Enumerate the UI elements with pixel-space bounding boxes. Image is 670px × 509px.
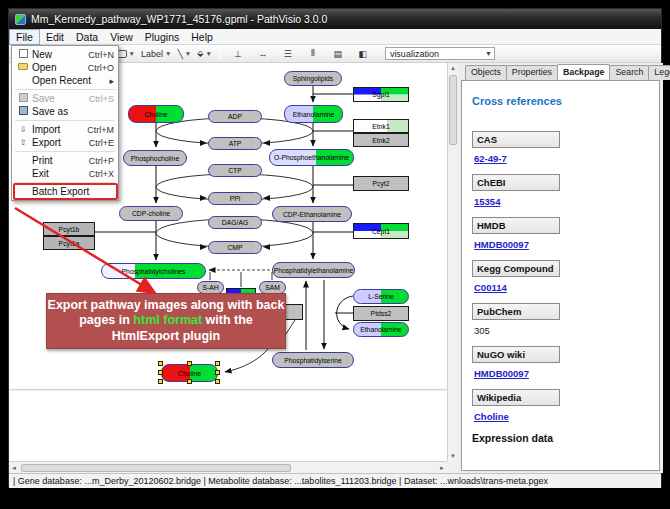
menu-item-label: Save as (32, 106, 110, 117)
xref-link-hmdb00097[interactable]: HMDB00097 (474, 368, 529, 379)
node-cmp[interactable]: CMP (208, 241, 262, 254)
scroll-down-icon[interactable]: ▼ (448, 451, 458, 461)
menu-separator (15, 89, 115, 90)
menu-view[interactable]: View (104, 30, 139, 44)
node-phosphocholine[interactable]: Phosphocholine (123, 150, 187, 166)
label-tool-button[interactable]: Label▼ (138, 47, 174, 61)
shape-tool-button[interactable]: ⬙▼ (194, 47, 215, 61)
selection-handle[interactable] (187, 379, 192, 384)
xref-header: NuGO wiki (472, 346, 560, 363)
selection-handle[interactable] (215, 379, 220, 384)
scroll-left-icon[interactable]: ◄ (9, 463, 19, 473)
gene-box-pcyt2[interactable]: Pcyt2 (353, 176, 409, 191)
distribute-horizontal-icon[interactable]: ↔ (255, 47, 271, 61)
node-l-serine[interactable]: L-Serine (353, 289, 409, 304)
selection-handle[interactable] (215, 361, 220, 366)
tab-backpage[interactable]: Backpage (557, 64, 611, 79)
scroll-right-icon[interactable]: ► (437, 463, 447, 473)
xref-header: CAS (472, 131, 560, 148)
xref-header: PubChem (472, 303, 560, 320)
canvas-horizontal-scrollbar[interactable]: ◄ ► (9, 461, 447, 473)
export-image-icon[interactable]: ◧ (355, 47, 371, 61)
stack-columns-icon[interactable]: ⫴ (305, 47, 321, 61)
common-size-icon[interactable]: ▤ (330, 47, 346, 61)
node-phosphatidylethanolamine[interactable]: Phosphatidylethanolamine (272, 262, 355, 278)
node-o-phosphoethanolamine[interactable]: O-Phosphoethanolamine (269, 149, 354, 166)
node-sphingolipids[interactable]: Sphingolipids (284, 71, 342, 86)
gene-box-pcyt1a[interactable]: Pcyt1a (43, 236, 95, 250)
xref-link-c00114[interactable]: C00114 (474, 282, 507, 293)
file-menu-item-new[interactable]: NewCtrl+N (12, 48, 118, 61)
menu-item-shortcut: Ctrl+S (89, 94, 114, 104)
xref-link-62-49-7[interactable]: 62-49-7 (474, 153, 507, 164)
node-atp[interactable]: ATP (208, 137, 262, 150)
xref-header: HMDB (472, 217, 560, 234)
selection-handle[interactable] (187, 361, 192, 366)
menu-item-label: Batch Export (32, 186, 110, 197)
file-menu-item-open[interactable]: OpenCtrl+O (12, 61, 118, 74)
node-ppi[interactable]: PPi (208, 192, 262, 205)
xref-section-cas: CAS62-49-7 (472, 131, 649, 164)
menu-file[interactable]: File (9, 29, 40, 45)
tab-legend[interactable]: Legend (648, 65, 670, 80)
open-folder-icon (14, 63, 32, 72)
xref-link-15354[interactable]: 15354 (474, 196, 500, 207)
file-menu-item-export[interactable]: ⇧ExportCtrl+E (12, 136, 118, 149)
xref-value: 305 (474, 325, 649, 336)
status-bar: | Gene database: ...m_Derby_20120602.bri… (9, 473, 661, 488)
menu-edit[interactable]: Edit (40, 30, 70, 44)
gene-box-etnk1[interactable]: Etnk1 (353, 119, 409, 133)
menu-separator (15, 182, 115, 183)
visualization-combo[interactable]: visualization▼ (385, 47, 495, 60)
file-menu: NewCtrl+NOpenCtrl+OOpen Recent▸SaveCtrl+… (11, 45, 119, 201)
annotation-highlight: html format (133, 313, 202, 327)
node-cdp-ethanolamine[interactable]: CDP-Ethanolamine (272, 206, 352, 222)
submenu-arrow-icon: ▸ (109, 76, 114, 86)
line-tool-button[interactable]: ╲▼ (174, 47, 194, 61)
file-menu-item-exit[interactable]: ExitCtrl+X (12, 167, 118, 180)
menu-item-shortcut: Ctrl+E (89, 138, 114, 148)
file-menu-item-open-recent[interactable]: Open Recent▸ (12, 74, 118, 87)
menu-item-label: Export (32, 137, 85, 148)
node-dag-ag[interactable]: DAG/AG (208, 216, 262, 229)
selection-handle[interactable] (158, 361, 163, 366)
file-menu-item-import[interactable]: ⇩ImportCtrl+M (12, 123, 118, 136)
selection-handle[interactable] (158, 379, 163, 384)
tab-search[interactable]: Search (609, 65, 649, 80)
xref-link-hmdb00097[interactable]: HMDB00097 (474, 239, 529, 250)
node-phosphatidylserine[interactable]: Phosphatidylserine (272, 352, 354, 368)
node-phosphatidylcholines[interactable]: Phosphatidylcholines (101, 263, 206, 279)
xref-link-choline[interactable]: Choline (474, 411, 509, 422)
gene-box-pcyt1b[interactable]: Pcyt1b (43, 222, 95, 236)
file-menu-item-save-as[interactable]: Save as (12, 105, 118, 118)
file-menu-item-print[interactable]: PrintCtrl+P (12, 154, 118, 167)
scroll-up-icon[interactable]: ▲ (448, 63, 458, 73)
menu-separator (15, 120, 115, 121)
align-center-icon[interactable]: ⊥ (230, 47, 246, 61)
menu-item-label: Print (32, 155, 85, 166)
menu-plugins[interactable]: Plugins (139, 30, 185, 44)
menu-data[interactable]: Data (70, 30, 104, 44)
menu-item-label: Open (32, 62, 84, 73)
gene-box-ptdss2[interactable]: Ptdss2 (353, 306, 409, 321)
node-ctp[interactable]: CTP (208, 164, 262, 177)
tab-properties[interactable]: Properties (506, 65, 558, 80)
xref-header: Wikipedia (472, 389, 560, 406)
menu-help[interactable]: Help (185, 30, 219, 44)
canvas-vertical-scrollbar[interactable]: ▲ ▼ (447, 63, 458, 461)
node-ethanolamine[interactable]: Ethanolamine (284, 105, 343, 123)
import-icon: ⇩ (14, 125, 32, 134)
node-ethanolamine[interactable]: Ethanolamine (353, 322, 409, 337)
gene-box-sgpl1[interactable]: Sgpl1 (353, 87, 409, 102)
file-menu-item-batch-export[interactable]: Batch Export (12, 185, 118, 198)
tab-objects[interactable]: Objects (465, 65, 507, 80)
node-choline[interactable]: Choline (128, 105, 184, 123)
node-adp[interactable]: ADP (208, 110, 262, 123)
selection-handle[interactable] (158, 370, 163, 375)
stack-rows-icon[interactable]: ☰ (280, 47, 296, 61)
gene-box-etnk2[interactable]: Etnk2 (353, 133, 409, 147)
selection-handle[interactable] (215, 370, 220, 375)
gene-box-cept1[interactable]: Cept1 (353, 223, 409, 239)
menu-item-label: Open Recent (32, 75, 105, 86)
node-cdp-choline[interactable]: CDP-choline (119, 206, 183, 221)
